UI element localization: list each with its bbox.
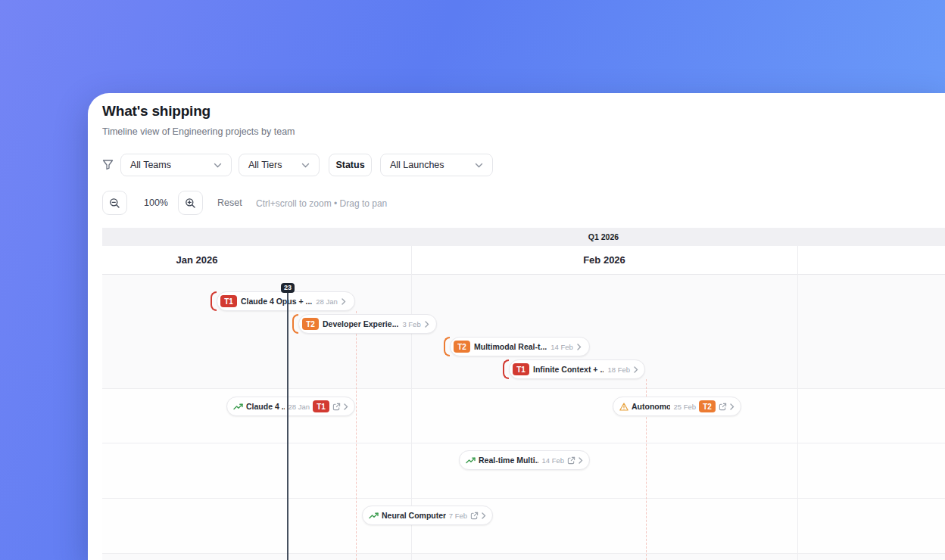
milestone-label: Multimodal Real-t... <box>474 342 547 351</box>
milestone-label: Developer Experie... <box>323 319 398 328</box>
launch-date: 25 Feb <box>673 403 696 411</box>
zoom-in-button[interactable] <box>178 191 203 215</box>
launch-item[interactable]: Neural Computer...7 Feb <box>362 506 493 525</box>
page-subtitle: Timeline view of Engineering projects by… <box>102 126 295 137</box>
tiers-filter-value: All Tiers <box>248 160 282 170</box>
external-link-icon <box>470 512 479 520</box>
launch-date: 28 Jan <box>288 403 310 411</box>
launch-label: Claude 4 ... <box>246 402 285 411</box>
milestone-start-bracket <box>292 314 298 334</box>
chevron-down-icon <box>475 163 483 168</box>
zoom-out-icon <box>109 198 120 209</box>
lane-separator <box>102 388 945 389</box>
month-label-jan: Jan 2026 <box>176 254 218 266</box>
milestone-label: Claude 4 Opus + ... <box>241 297 312 306</box>
tier-badge: T2 <box>302 318 319 330</box>
milestone-date-guide-line <box>356 311 357 560</box>
launch-item[interactable]: Autonomo...25 FebT2 <box>613 397 741 416</box>
milestone-date: 18 Feb <box>607 366 630 374</box>
chevron-right-icon <box>577 344 582 350</box>
tier-badge: T1 <box>313 400 329 412</box>
zoom-hint-text: Ctrl+scroll to zoom • Drag to pan <box>256 198 387 209</box>
zoom-level: 100% <box>138 198 174 208</box>
milestone-item[interactable]: T2Developer Experie...3 Feb <box>298 314 437 334</box>
chevron-right-icon <box>344 403 348 410</box>
milestone-date: 3 Feb <box>402 320 420 328</box>
zoom-out-button[interactable] <box>102 191 127 215</box>
launches-filter-value: All Launches <box>390 160 444 170</box>
reset-zoom-button[interactable]: Reset <box>217 198 242 208</box>
chevron-right-icon <box>425 321 429 328</box>
tier-badge: T2 <box>699 400 716 412</box>
launch-item[interactable]: Claude 4 ...28 JanT1 <box>226 397 355 416</box>
milestone-item[interactable]: T1Claude 4 Opus + ...28 Jan <box>217 291 355 311</box>
timeline-lane <box>102 388 945 443</box>
launch-date: 14 Feb <box>541 456 564 465</box>
zoom-in-icon <box>185 198 196 209</box>
milestone-item[interactable]: T2Multimodal Real-t...14 Feb <box>450 337 590 356</box>
chevron-right-icon <box>482 512 486 519</box>
quarter-label: Q1 2026 <box>588 232 619 241</box>
trend-up-icon <box>233 403 243 410</box>
external-link-icon <box>719 403 727 411</box>
lane-separator <box>102 498 945 499</box>
trend-up-icon <box>369 512 379 519</box>
today-line <box>287 287 288 560</box>
launch-label: Real-time Multi... <box>479 456 538 465</box>
lane-separator <box>102 443 945 443</box>
month-label-feb: Feb 2026 <box>583 254 625 266</box>
launch-label: Neural Computer... <box>382 511 446 520</box>
milestone-item[interactable]: T1Infinite Context + ...18 Feb <box>509 359 645 379</box>
chevron-right-icon <box>730 403 734 410</box>
status-filter-label: Status <box>335 160 364 170</box>
milestone-label: Infinite Context + ... <box>533 365 603 374</box>
tier-badge: T1 <box>513 363 529 375</box>
chevron-down-icon <box>214 163 222 168</box>
warning-icon <box>619 403 628 411</box>
tiers-filter-select[interactable]: All Tiers <box>239 154 320 176</box>
timeline-lane <box>102 553 945 560</box>
tier-badge: T1 <box>220 295 237 307</box>
milestone-date: 14 Feb <box>550 343 573 351</box>
today-marker: 23 <box>281 283 295 293</box>
launch-date: 7 Feb <box>449 512 467 520</box>
page-title: What's shipping <box>102 103 211 120</box>
lane-separator <box>102 553 945 554</box>
milestone-start-bracket <box>444 337 450 356</box>
external-link-icon <box>332 403 341 411</box>
trend-up-icon <box>466 456 476 464</box>
launch-label: Autonomo... <box>632 402 670 411</box>
month-header-row: Jan 2026 Feb 2026 <box>102 246 945 275</box>
milestone-start-bracket <box>503 359 509 379</box>
status-filter-button[interactable]: Status <box>329 154 372 176</box>
external-link-icon <box>567 456 575 465</box>
chevron-right-icon <box>342 298 346 305</box>
teams-filter-select[interactable]: All Teams <box>120 154 232 176</box>
chevron-right-icon <box>579 457 583 464</box>
milestone-date: 28 Jan <box>316 297 338 306</box>
whats-shipping-panel: What's shipping Timeline view of Enginee… <box>88 93 945 560</box>
chevron-right-icon <box>634 366 638 373</box>
launch-item[interactable]: Real-time Multi...14 Feb <box>459 450 590 470</box>
timeline-lane <box>102 498 945 553</box>
quarter-band: Q1 2026 <box>102 228 945 246</box>
filter-funnel-icon <box>102 159 114 170</box>
milestone-start-bracket <box>211 291 217 311</box>
tier-badge: T2 <box>454 341 470 353</box>
teams-filter-value: All Teams <box>130 160 171 170</box>
launches-filter-select[interactable]: All Launches <box>380 154 493 176</box>
month-boundary-gridline <box>797 246 798 560</box>
chevron-down-icon <box>301 163 310 168</box>
